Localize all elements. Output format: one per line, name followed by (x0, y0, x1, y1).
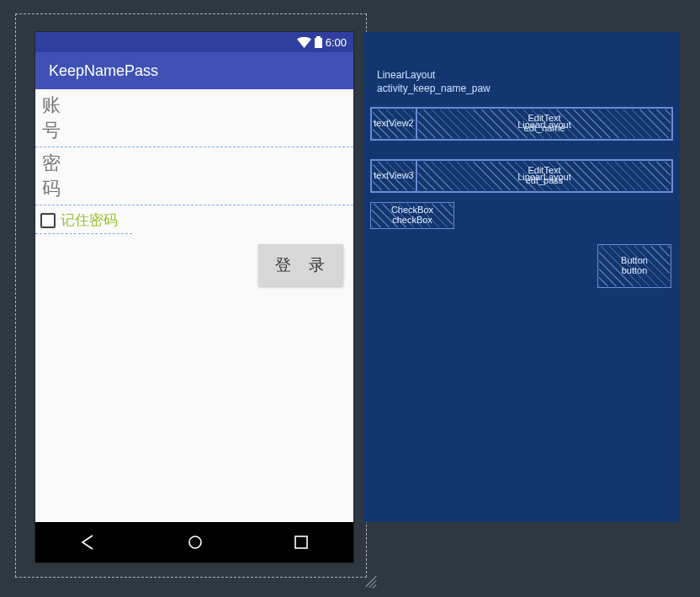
app-bar: KeepNamePass (35, 52, 353, 89)
bp-edt-pass[interactable]: EditText LinearLayout edt_pass (416, 160, 672, 192)
app-title: KeepNamePass (49, 62, 158, 80)
remember-checkbox[interactable]: 记住密码 (35, 205, 132, 234)
bp-textview3[interactable]: textView3 (371, 160, 416, 192)
status-time: 6:00 (326, 36, 347, 49)
username-row: 账 号 (35, 89, 353, 147)
username-label: 账 号 (42, 93, 93, 143)
password-row: 密 码 (35, 147, 353, 205)
remember-label: 记住密码 (61, 211, 118, 230)
password-label: 密 码 (42, 151, 93, 201)
login-button[interactable]: 登 录 (258, 244, 343, 286)
device-preview: 6:00 KeepNamePass 账 号 密 码 记住密码 登 录 (35, 32, 353, 562)
bp-root-type: LinearLayout (377, 69, 491, 83)
battery-icon (315, 36, 322, 48)
bp-edt-name[interactable]: EditText LinearLayout edt_name (416, 108, 672, 140)
svg-point-0 (189, 536, 201, 548)
bp-checkbox[interactable]: CheckBox checkBox (370, 202, 454, 229)
bp-row-username[interactable]: textView2 EditText LinearLayout edt_name (370, 107, 673, 141)
bp-row-password[interactable]: textView3 EditText LinearLayout edt_pass (370, 159, 673, 193)
content-area: 账 号 密 码 记住密码 登 录 (35, 89, 353, 522)
bp-root-id: activity_keep_name_paw (377, 83, 491, 96)
wifi-icon (297, 37, 311, 48)
svg-rect-1 (295, 536, 307, 548)
status-bar: 6:00 (35, 32, 353, 52)
resize-handle[interactable] (363, 574, 379, 589)
nav-back-icon[interactable] (80, 534, 97, 551)
bp-button[interactable]: Button button (597, 244, 671, 288)
bp-root-label[interactable]: LinearLayout activity_keep_name_paw (377, 69, 491, 95)
nav-recent-icon[interactable] (294, 535, 309, 550)
bp-textview2[interactable]: textView2 (371, 108, 416, 140)
password-input[interactable] (93, 159, 347, 193)
blueprint-panel: LinearLayout activity_keep_name_paw text… (363, 32, 680, 522)
username-input[interactable] (93, 101, 347, 135)
nav-home-icon[interactable] (187, 534, 204, 551)
navigation-bar (35, 522, 353, 562)
checkbox-box-icon (40, 213, 56, 228)
